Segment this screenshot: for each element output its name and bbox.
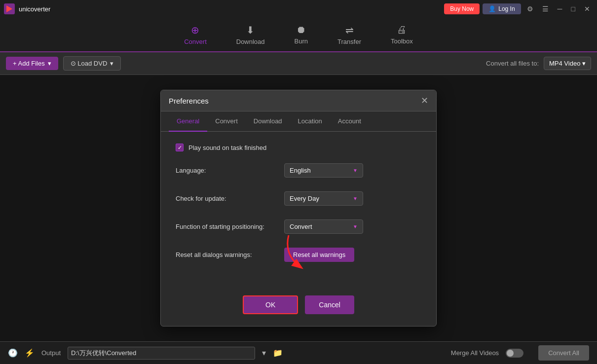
nav-bar: ⊕ Convert ⬇ Download ⏺ Burn ⇌ Transfer 🖨… [0,18,597,52]
add-files-button[interactable]: + Add Files ▾ [6,57,58,70]
positioning-dropdown-arrow-icon: ▼ [353,224,358,229]
play-sound-checkbox-group: ✓ Play sound on task finished [176,144,266,151]
title-bar-left: unicoverter [4,3,50,14]
nav-item-transfer[interactable]: ⇌ Transfer [333,21,366,48]
update-dropdown-arrow-icon: ▼ [353,196,358,201]
hamburger-button[interactable]: ☰ [539,4,552,13]
positioning-value: Convert [290,223,312,230]
update-label: Check for update: [176,195,284,202]
merge-toggle[interactable] [506,349,523,358]
toolbar: + Add Files ▾ ⊙ Load DVD ▾ Convert all f… [0,52,597,75]
nav-label-toolbox: Toolbox [391,37,413,45]
download-nav-icon: ⬇ [246,24,255,36]
transfer-nav-icon: ⇌ [345,24,354,36]
title-bar: unicoverter Buy Now 👤 Log In ⚙ ☰ ─ □ ✕ [0,0,597,18]
load-dvd-label: ⊙ Load DVD [71,60,108,67]
cancel-button[interactable]: Cancel [305,295,354,314]
format-selector[interactable]: MP4 Video ▾ [544,57,591,70]
update-dropdown[interactable]: Every Day ▼ [284,191,363,206]
language-dropdown[interactable]: English ▼ [284,163,363,178]
update-control: Every Day ▼ [284,191,421,206]
close-button[interactable]: ✕ [581,4,593,13]
language-row: Language: English ▼ [176,163,421,178]
burn-nav-icon: ⏺ [296,24,306,36]
add-files-chevron-icon[interactable]: ▾ [48,60,51,67]
checkbox-check-icon: ✓ [178,145,182,150]
format-value: MP4 Video [549,60,580,67]
nav-item-download[interactable]: ⬇ Download [231,21,270,48]
minimize-button[interactable]: ─ [555,4,565,13]
reset-warnings-button[interactable]: Reset all warnings [284,248,354,262]
dialog-body: ✓ Play sound on task finished Language: … [161,132,436,288]
positioning-dropdown[interactable]: Convert ▼ [284,219,363,234]
app-logo-triangle [6,5,12,12]
clock-icon[interactable]: 🕐 [8,348,18,358]
dialog-title: Preferences [169,97,209,105]
output-label: Output [41,349,61,357]
language-control: English ▼ [284,163,421,178]
convert-all-label: Convert all files to: [486,60,539,67]
bottom-bar: 🕐 ⚡ Output D:\万兴优转\Converted ▾ 📁 Merge A… [0,341,597,364]
positioning-label: Function of starting positioning: [176,223,284,230]
maximize-button[interactable]: □ [568,4,578,13]
play-sound-label: Play sound on task finished [188,144,266,151]
positioning-control: Convert ▼ [284,219,421,234]
dialog-header: Preferences ✕ [161,90,436,111]
language-label: Language: [176,167,284,174]
folder-icon[interactable]: 📁 [273,348,283,358]
output-path-value: D:\万兴优转\Converted [71,349,136,357]
toolbox-nav-icon: 🖨 [397,24,407,36]
play-sound-checkbox[interactable]: ✓ [176,144,184,151]
output-path-selector[interactable]: D:\万兴优转\Converted [68,347,255,360]
convert-all-button[interactable]: Convert All [538,345,589,361]
tab-convert[interactable]: Convert [207,111,246,132]
main-content: Preferences ✕ General Convert Download L… [0,75,597,341]
tab-account[interactable]: Account [330,111,369,132]
format-chevron-icon: ▾ [582,60,586,67]
update-row: Check for update: Every Day ▼ [176,191,421,206]
load-dvd-chevron-icon[interactable]: ▾ [110,60,113,67]
tab-download[interactable]: Download [246,111,290,132]
convert-nav-icon: ⊕ [191,24,199,36]
log-in-button[interactable]: 👤 Log In [483,3,521,14]
nav-label-burn: Burn [295,37,308,45]
positioning-row: Function of starting positioning: Conver… [176,219,421,234]
language-value: English [290,167,311,174]
language-dropdown-arrow-icon: ▼ [353,168,358,173]
reset-warnings-label: Reset all dialogs warnings: [176,251,284,258]
nav-item-burn[interactable]: ⏺ Burn [290,21,313,48]
update-value: Every Day [290,195,319,202]
title-bar-right: Buy Now 👤 Log In ⚙ ☰ ─ □ ✕ [444,3,593,14]
ok-button[interactable]: OK [243,295,298,314]
tab-location[interactable]: Location [290,111,330,132]
nav-item-toolbox[interactable]: 🖨 Toolbox [386,21,418,48]
app-logo [4,3,15,14]
flash-icon[interactable]: ⚡ [25,348,35,358]
chevron-down-output-icon[interactable]: ▾ [262,348,266,358]
nav-label-convert: Convert [184,38,207,45]
nav-label-transfer: Transfer [337,38,361,45]
dialog-overlay: Preferences ✕ General Convert Download L… [0,75,597,341]
user-icon: 👤 [488,5,496,12]
load-dvd-button[interactable]: ⊙ Load DVD ▾ [63,56,121,71]
dialog-close-button[interactable]: ✕ [421,96,428,105]
dialog-tabs: General Convert Download Location Accoun… [161,111,436,132]
reset-warnings-row: Reset all dialogs warnings: Reset all wa… [176,248,421,262]
settings-icon-button[interactable]: ⚙ [524,4,536,13]
dialog-footer: OK Cancel [161,288,436,326]
nav-label-download: Download [236,38,265,45]
nav-item-convert[interactable]: ⊕ Convert [179,21,212,48]
merge-all-videos-label: Merge All Videos [451,349,499,357]
play-sound-row: ✓ Play sound on task finished [176,144,421,151]
app-name: unicoverter [19,5,50,13]
tab-general[interactable]: General [169,111,207,132]
buy-now-button[interactable]: Buy Now [444,3,480,14]
reset-warnings-control: Reset all warnings [284,248,421,262]
add-files-label: + Add Files [13,60,45,67]
preferences-dialog: Preferences ✕ General Convert Download L… [160,90,437,327]
